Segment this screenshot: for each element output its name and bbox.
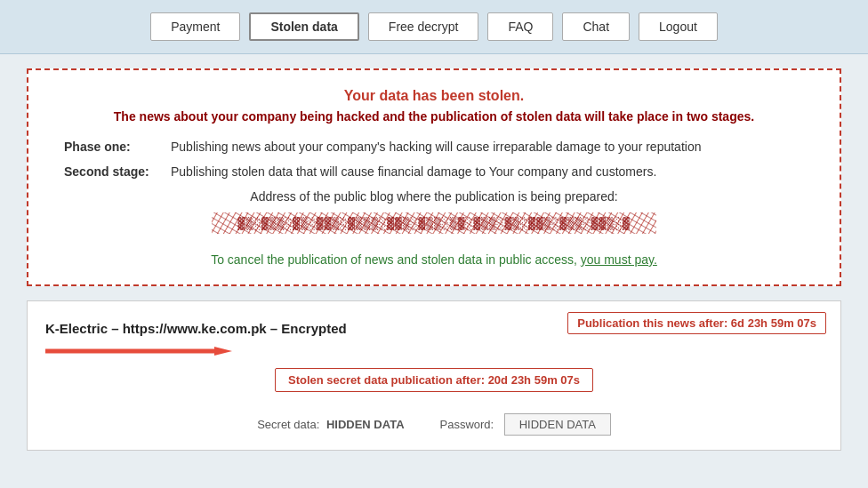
cancel-notice: To cancel the publication of news and st… — [64, 252, 804, 267]
top-bar: Payment Stolen data Free decrypt FAQ Cha… — [0, 0, 868, 54]
nav-stolen-data-button[interactable]: Stolen data — [249, 12, 358, 41]
phase-two-text: Publishing stolen data that will cause f… — [171, 164, 656, 179]
svg-marker-5 — [214, 347, 232, 356]
stolen-secret-badge: Stolen secret data publication after: 20… — [275, 368, 593, 392]
phase-one-label: Phase one: — [64, 140, 171, 154]
entry-box: Publication this news after: 6d 23h 59m … — [27, 300, 841, 451]
stolen-title: Your data has been stolen. — [64, 88, 804, 104]
stolen-data-box: Your data has been stolen. The news abou… — [27, 68, 841, 286]
stolen-subtitle: The news about your company being hacked… — [64, 109, 804, 124]
red-underline-decoration — [45, 345, 241, 357]
obfuscated-url: ▓▒░▓▒▒░▓▒░▓▓▒░▓▒▒▒░▓▓▒░▓▒▒░▒▓░▓▒▒░▓▒░▓▓▒… — [64, 211, 804, 240]
nav-chat-button[interactable]: Chat — [562, 12, 630, 41]
secret-row: Secret data: HIDDEN DATA Password: HIDDE… — [45, 413, 823, 436]
secret-value: HIDDEN DATA — [326, 418, 405, 431]
nav-payment-button[interactable]: Payment — [150, 12, 240, 41]
password-label: Password: — [440, 418, 494, 431]
publication-timer-badge: Publication this news after: 6d 23h 59m … — [567, 312, 826, 334]
secret-label: Secret data: — [257, 418, 319, 431]
nav-logout-button[interactable]: Logout — [639, 12, 718, 41]
password-field: HIDDEN DATA — [504, 413, 611, 436]
svg-text:▓▒░▓▒▒░▓▒░▓▓▒░▓▒▒▒░▓▓▒░▓▒▒░▒▓░: ▓▒░▓▒▒░▓▒░▓▓▒░▓▒▒▒░▓▓▒░▓▒▒░▒▓░▓▒▒░▓▒░▓▓▒… — [237, 216, 630, 231]
cancel-link[interactable]: you must pay. — [581, 252, 657, 267]
phase-one-text: Publishing news about your company's hac… — [171, 140, 701, 154]
nav-faq-button[interactable]: FAQ — [487, 12, 553, 41]
nav-free-decrypt-button[interactable]: Free decrypt — [368, 12, 479, 41]
phase-two-label: Second stage: — [64, 164, 171, 179]
blog-address-label: Address of the public blog where the pub… — [64, 189, 804, 204]
